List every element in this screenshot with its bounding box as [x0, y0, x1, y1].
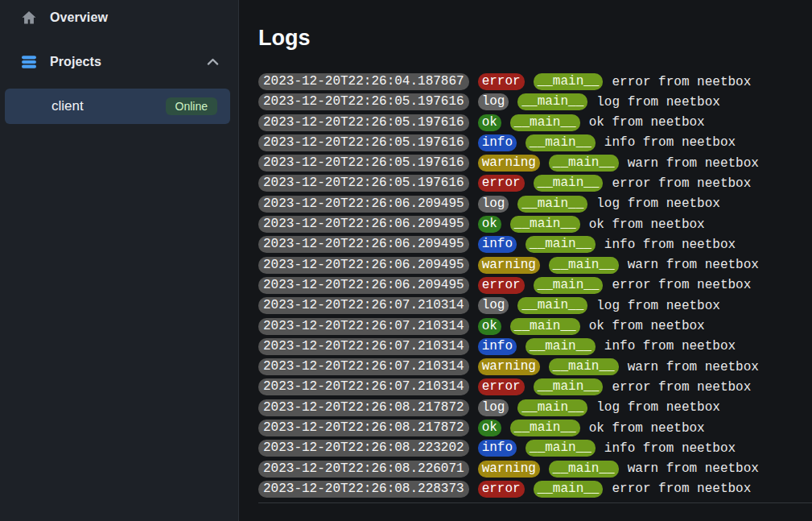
- log-module-badge: __main__: [517, 399, 587, 416]
- log-message: log from neetbox: [596, 196, 720, 211]
- log-module-badge: __main__: [526, 338, 596, 355]
- log-message: error from neetbox: [612, 75, 751, 89]
- log-timestamp-badge: 2023-12-20T22:26:07.210314: [258, 338, 469, 355]
- log-level-badge: ok: [478, 114, 501, 131]
- project-name: client: [52, 98, 84, 114]
- log-level-badge: info: [478, 440, 517, 457]
- log-level-badge: log: [478, 93, 509, 110]
- log-row: 2023-12-20T22:26:06.209495 info __main__…: [258, 236, 812, 253]
- sidebar-item-client[interactable]: client Online: [5, 89, 230, 124]
- log-module-badge: __main__: [510, 114, 580, 131]
- log-message: log from neetbox: [596, 299, 720, 313]
- log-level-badge: warning: [478, 155, 540, 172]
- log-row: 2023-12-20T22:26:05.197616 error __main_…: [258, 175, 812, 192]
- log-module-badge: __main__: [549, 358, 619, 375]
- log-level-badge: warning: [478, 358, 540, 375]
- log-row: 2023-12-20T22:26:04.187867 error __main_…: [258, 73, 812, 90]
- log-level-badge: error: [478, 73, 525, 90]
- log-timestamp-badge: 2023-12-20T22:26:06.209495: [258, 216, 469, 233]
- home-icon: [21, 10, 37, 26]
- log-level-badge: log: [478, 196, 509, 213]
- log-message: error from neetbox: [612, 176, 751, 191]
- log-message: info from neetbox: [604, 339, 736, 354]
- log-level-badge: ok: [478, 318, 501, 335]
- chevron-up-icon[interactable]: [207, 58, 219, 66]
- log-timestamp-badge: 2023-12-20T22:26:07.210314: [258, 358, 469, 375]
- log-row: 2023-12-20T22:26:08.217872 ok __main__ o…: [258, 420, 812, 436]
- main-content: Logs 2023-12-20T22:26:04.187867 error __…: [239, 0, 812, 521]
- log-message: log from neetbox: [596, 95, 720, 110]
- log-level-badge: info: [478, 338, 517, 355]
- log-module-badge: __main__: [510, 318, 580, 335]
- log-list-divider: [258, 502, 812, 503]
- log-module-badge: __main__: [534, 378, 604, 395]
- log-list: 2023-12-20T22:26:04.187867 error __main_…: [258, 73, 812, 498]
- log-timestamp-badge: 2023-12-20T22:26:05.197616: [258, 134, 469, 151]
- log-timestamp-badge: 2023-12-20T22:26:08.226071: [258, 461, 469, 478]
- log-timestamp-badge: 2023-12-20T22:26:08.223202: [258, 440, 469, 457]
- log-module-badge: __main__: [517, 93, 587, 110]
- app-window: Overview Projects client Online Log: [0, 0, 812, 521]
- log-message: warn from neetbox: [628, 258, 759, 272]
- log-timestamp-badge: 2023-12-20T22:26:08.228373: [258, 481, 469, 498]
- log-row: 2023-12-20T22:26:07.210314 log __main__ …: [258, 297, 812, 314]
- log-timestamp-badge: 2023-12-20T22:26:05.197616: [258, 155, 469, 172]
- log-row: 2023-12-20T22:26:05.197616 log __main__ …: [258, 93, 812, 110]
- log-level-badge: warning: [478, 461, 540, 478]
- log-message: info from neetbox: [604, 441, 736, 456]
- log-module-badge: __main__: [510, 216, 580, 233]
- status-badge: Online: [166, 97, 217, 115]
- log-row: 2023-12-20T22:26:06.209495 log __main__ …: [258, 196, 812, 213]
- log-message: info from neetbox: [604, 135, 736, 150]
- log-message: ok from neetbox: [589, 421, 705, 436]
- log-level-badge: error: [478, 277, 525, 294]
- log-row: 2023-12-20T22:26:07.210314 info __main__…: [258, 338, 812, 355]
- log-row: 2023-12-20T22:26:05.197616 ok __main__ o…: [258, 114, 812, 131]
- log-module-badge: __main__: [549, 257, 619, 274]
- projects-menu-icon: [21, 54, 37, 70]
- log-level-badge: log: [478, 297, 509, 314]
- log-timestamp-badge: 2023-12-20T22:26:07.210314: [258, 318, 469, 335]
- log-message: log from neetbox: [596, 400, 720, 415]
- log-row: 2023-12-20T22:26:07.210314 error __main_…: [258, 378, 812, 395]
- log-timestamp-badge: 2023-12-20T22:26:06.209495: [258, 196, 469, 213]
- log-level-badge: ok: [478, 420, 501, 436]
- log-message: error from neetbox: [612, 380, 751, 395]
- log-row: 2023-12-20T22:26:05.197616 info __main__…: [258, 134, 812, 151]
- log-row: 2023-12-20T22:26:08.217872 log __main__ …: [258, 399, 812, 416]
- sidebar-item-overview-label: Overview: [50, 10, 108, 25]
- sidebar-item-overview[interactable]: Overview: [0, 6, 238, 30]
- log-message: ok from neetbox: [589, 319, 705, 333]
- log-timestamp-badge: 2023-12-20T22:26:07.210314: [258, 297, 469, 314]
- log-row: 2023-12-20T22:26:07.210314 warning __mai…: [258, 358, 812, 375]
- log-message: warn from neetbox: [628, 461, 759, 476]
- log-timestamp-badge: 2023-12-20T22:26:06.209495: [258, 257, 469, 274]
- log-row: 2023-12-20T22:26:05.197616 warning __mai…: [258, 155, 812, 172]
- sidebar-item-projects-label: Projects: [50, 55, 101, 69]
- log-message: error from neetbox: [612, 278, 751, 292]
- log-level-badge: info: [478, 134, 517, 151]
- log-module-badge: __main__: [526, 236, 596, 253]
- log-module-badge: __main__: [517, 297, 587, 314]
- log-module-badge: __main__: [526, 440, 596, 457]
- log-level-badge: ok: [478, 216, 501, 233]
- log-module-badge: __main__: [526, 134, 596, 151]
- log-row: 2023-12-20T22:26:08.228373 error __main_…: [258, 481, 812, 498]
- log-level-badge: info: [478, 236, 517, 253]
- log-message: warn from neetbox: [628, 156, 759, 171]
- log-timestamp-badge: 2023-12-20T22:26:08.217872: [258, 420, 469, 436]
- log-row: 2023-12-20T22:26:07.210314 ok __main__ o…: [258, 318, 812, 335]
- log-timestamp-badge: 2023-12-20T22:26:06.209495: [258, 236, 469, 253]
- log-row: 2023-12-20T22:26:08.226071 warning __mai…: [258, 461, 812, 478]
- log-row: 2023-12-20T22:26:06.209495 ok __main__ o…: [258, 216, 812, 233]
- sidebar-item-projects[interactable]: Projects: [0, 50, 238, 74]
- log-module-badge: __main__: [549, 461, 619, 478]
- log-message: ok from neetbox: [589, 217, 705, 232]
- log-timestamp-badge: 2023-12-20T22:26:04.187867: [258, 73, 469, 90]
- log-level-badge: warning: [478, 257, 540, 274]
- log-level-badge: log: [478, 399, 509, 416]
- log-level-badge: error: [478, 175, 525, 192]
- log-message: warn from neetbox: [628, 360, 759, 374]
- log-timestamp-badge: 2023-12-20T22:26:07.210314: [258, 378, 469, 395]
- log-row: 2023-12-20T22:26:06.209495 warning __mai…: [258, 257, 812, 274]
